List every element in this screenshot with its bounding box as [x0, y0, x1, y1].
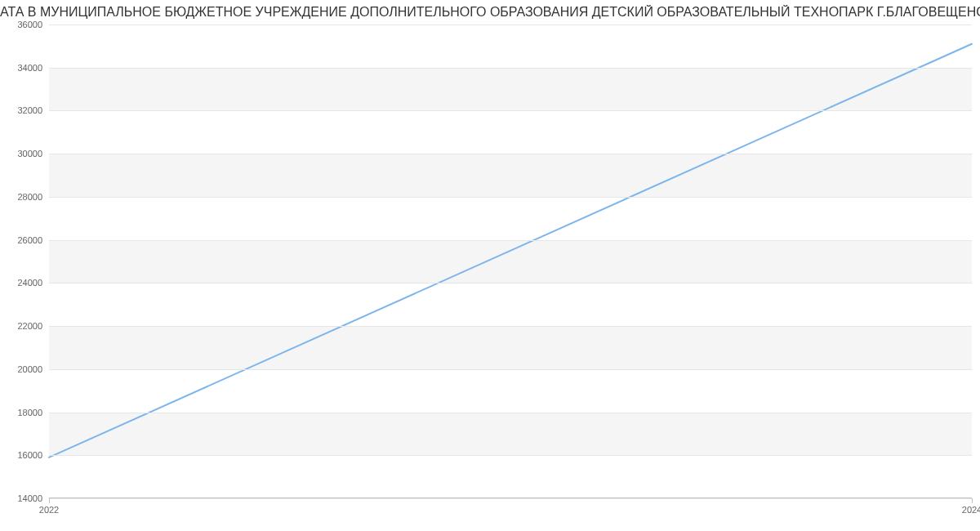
grid-line [49, 110, 972, 111]
y-tick-label: 18000 [17, 408, 42, 417]
y-tick-label: 14000 [17, 493, 42, 503]
line-series [49, 25, 972, 498]
y-tick-label: 32000 [17, 105, 42, 115]
x-tick [972, 498, 973, 503]
grid-line [49, 68, 972, 69]
grid-line [49, 413, 972, 413]
y-tick-label: 36000 [17, 20, 42, 29]
chart-container: АТА В МУНИЦИПАЛЬНОЕ БЮДЖЕТНОЕ УЧРЕЖДЕНИЕ… [0, 0, 980, 531]
grid-line [49, 283, 972, 283]
grid-line [49, 197, 972, 198]
grid-line [49, 498, 972, 499]
grid-line [49, 154, 972, 154]
y-tick-label: 20000 [17, 364, 42, 374]
y-tick-label: 28000 [17, 192, 42, 202]
y-tick-label: 24000 [17, 278, 42, 288]
grid-line [49, 240, 972, 241]
y-tick-label: 16000 [17, 450, 42, 460]
y-tick-label: 26000 [17, 235, 42, 245]
grid-line [49, 455, 972, 456]
grid-line [49, 326, 972, 327]
y-tick-label: 22000 [17, 321, 42, 331]
x-tick-label: 2024 [962, 505, 980, 515]
x-tick [49, 498, 50, 503]
chart-title: АТА В МУНИЦИПАЛЬНОЕ БЮДЖЕТНОЕ УЧРЕЖДЕНИЕ… [0, 5, 980, 20]
y-tick-label: 30000 [17, 149, 42, 158]
y-tick-label: 34000 [17, 63, 42, 73]
data-line [49, 44, 972, 457]
plot-area: 1400016000180002000022000240002600028000… [49, 25, 972, 498]
grid-line [49, 25, 972, 25]
grid-line [49, 369, 972, 370]
x-tick-label: 2022 [39, 505, 59, 515]
